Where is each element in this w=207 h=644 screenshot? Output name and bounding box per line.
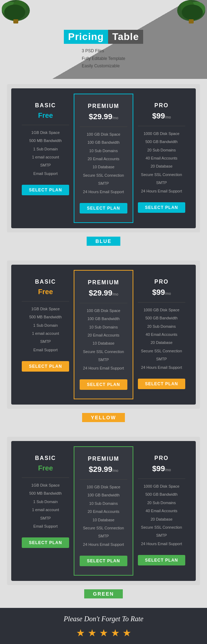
yellow-pro-amount: $99 bbox=[152, 288, 165, 297]
svg-point-3 bbox=[4, 5, 25, 20]
green-basic-select-button[interactable]: Select Plan bbox=[22, 537, 69, 548]
blue-label-text: BLUE bbox=[87, 237, 120, 246]
yellow-premium-features: 100 GB Disk Space 100 GB Bandwidth 10 Su… bbox=[80, 307, 127, 372]
yellow-basic-divider bbox=[22, 301, 69, 301]
feature-item: 24 Hours Email Support bbox=[138, 540, 185, 548]
feature-item: 100 GB Disk Space bbox=[80, 130, 127, 138]
yellow-pro-period: /mo bbox=[165, 292, 171, 296]
yellow-table-outer: BASIC Free 1GB Disk Space 500 MB Bandwid… bbox=[7, 260, 200, 409]
feature-item: 1 Sub Domain bbox=[22, 321, 69, 330]
feature-item: 500 GB Bandwidth bbox=[138, 314, 185, 322]
feature-item: SMTP bbox=[22, 514, 69, 522]
feature-item: 1 Sub Domain bbox=[22, 498, 69, 506]
feature-item: SMTP bbox=[138, 531, 185, 540]
blue-pro-features: 1000 GB Disk Space 500 GB Bandwidth 20 S… bbox=[138, 130, 185, 195]
green-premium-card: PREMIUM $29.99/mo 100 GB Disk Space 100 … bbox=[74, 446, 133, 576]
green-premium-name: PREMIUM bbox=[80, 456, 127, 462]
blue-premium-select-button[interactable]: Select Plan bbox=[80, 203, 127, 213]
star-1-icon: ★ bbox=[76, 627, 85, 639]
star-5-icon: ★ bbox=[122, 627, 131, 639]
feature-item: 1GB Disk Space bbox=[22, 481, 69, 489]
blue-premium-divider bbox=[80, 127, 127, 127]
feature-item: 20 Email Accounts bbox=[80, 508, 127, 516]
blue-premium-amount: $29.99 bbox=[89, 112, 112, 121]
blue-section: BASIC Free 1GB Disk Space 500 MB Bandwid… bbox=[0, 79, 207, 255]
green-basic-price: Free bbox=[22, 464, 69, 472]
blue-label: BLUE bbox=[7, 237, 200, 246]
yellow-basic-select-button[interactable]: Select Plan bbox=[22, 361, 69, 372]
feature-item: Secure SSL Connection bbox=[138, 347, 185, 355]
blue-pro-select-button[interactable]: Select Plan bbox=[138, 202, 185, 213]
yellow-premium-select-button[interactable]: Select Plan bbox=[80, 379, 127, 390]
blue-table-outer: BASIC Free 1GB Disk Space 500 MB Bandwid… bbox=[7, 84, 200, 232]
blue-basic-name: BASIC bbox=[22, 102, 69, 109]
feature-item: Secure SSL Connection bbox=[138, 523, 185, 531]
footer: Please Don't Forget To Rate ★ ★ ★ ★ ★ bbox=[0, 608, 207, 644]
blue-pro-name: PRO bbox=[138, 102, 185, 109]
green-pro-select-button[interactable]: Select Plan bbox=[138, 555, 185, 565]
feature-item: 1 Sub Domain bbox=[22, 145, 69, 153]
yellow-premium-divider bbox=[80, 303, 127, 303]
feature-item: Email Support bbox=[22, 346, 69, 354]
feature-item: 20 Sub Domains bbox=[138, 323, 185, 331]
blue-pro-price: $99/mo bbox=[138, 111, 185, 121]
yellow-table-wrapper: BASIC Free 1GB Disk Space 500 MB Bandwid… bbox=[11, 265, 196, 405]
yellow-premium-name: PREMIUM bbox=[80, 279, 127, 286]
blue-basic-card: BASIC Free 1GB Disk Space 500 MB Bandwid… bbox=[16, 95, 74, 221]
svg-rect-4 bbox=[13, 19, 18, 23]
feature-item: 1GB Disk Space bbox=[22, 129, 69, 137]
feature-item: 500 GB Bandwidth bbox=[138, 490, 185, 499]
blue-basic-select-button[interactable]: Select Plan bbox=[22, 185, 69, 195]
desc-line-3: Easily Customizable bbox=[82, 62, 125, 70]
green-basic-card: BASIC Free 1GB Disk Space 500 MB Bandwid… bbox=[16, 448, 74, 574]
feature-item: 10 Sub Domains bbox=[80, 147, 127, 155]
yellow-section: BASIC Free 1GB Disk Space 500 MB Bandwid… bbox=[0, 255, 207, 432]
feature-item: 100 GB Disk Space bbox=[80, 307, 127, 315]
feature-item: 1 email account bbox=[22, 506, 69, 514]
blue-pro-card: PRO $99/mo 1000 GB Disk Space 500 GB Ban… bbox=[133, 95, 191, 221]
svg-point-8 bbox=[182, 5, 203, 20]
feature-item: 20 Email Accounts bbox=[80, 331, 127, 339]
feature-item: 20 Sub Domains bbox=[138, 499, 185, 507]
title-pricing: Pricing bbox=[64, 30, 108, 44]
feature-item: 500 MB Bandwidth bbox=[22, 137, 69, 145]
blue-pro-divider bbox=[138, 126, 185, 126]
feature-item: Secure SSL Connection bbox=[80, 524, 127, 532]
feature-item: 20 Database bbox=[138, 515, 185, 523]
footer-title: Please Don't Forget To Rate bbox=[7, 615, 200, 623]
blue-premium-period: /mo bbox=[112, 116, 118, 120]
green-pro-divider bbox=[138, 479, 185, 479]
yellow-pro-features: 1000 GB Disk Space 500 GB Bandwidth 20 S… bbox=[138, 306, 185, 372]
feature-item: 500 MB Bandwidth bbox=[22, 489, 69, 497]
feature-item: 24 Hours Email Support bbox=[80, 541, 127, 549]
feature-item: Secure SSL Connection bbox=[138, 171, 185, 179]
green-section: BASIC Free 1GB Disk Space 500 MB Bandwid… bbox=[0, 432, 207, 608]
feature-item: 1000 GB Disk Space bbox=[138, 306, 185, 314]
star-4-icon: ★ bbox=[111, 627, 120, 639]
feature-item: 1000 GB Disk Space bbox=[138, 482, 185, 490]
green-basic-divider bbox=[22, 477, 69, 478]
feature-item: 20 Database bbox=[138, 339, 185, 347]
desc-line-1: 3 PSD Files bbox=[82, 47, 125, 55]
blue-pro-period: /mo bbox=[165, 115, 171, 119]
blue-pro-amount: $99 bbox=[152, 111, 165, 120]
yellow-premium-price: $29.99/mo bbox=[80, 289, 127, 298]
green-premium-select-button[interactable]: Select Plan bbox=[80, 556, 127, 566]
star-2-icon: ★ bbox=[88, 627, 96, 639]
feature-item: 24 Hours Email Support bbox=[138, 187, 185, 195]
yellow-premium-card: PREMIUM $29.99/mo 100 GB Disk Space 100 … bbox=[74, 270, 133, 399]
blue-basic-divider bbox=[22, 125, 69, 125]
blue-premium-card: PREMIUM $29.99/mo 100 GB Disk Space 100 … bbox=[74, 94, 133, 223]
blue-table-wrapper: BASIC Free 1GB Disk Space 500 MB Bandwid… bbox=[11, 88, 196, 228]
green-premium-amount: $29.99 bbox=[89, 465, 112, 474]
yellow-pro-select-button[interactable]: Select Plan bbox=[138, 379, 185, 389]
feature-item: 1GB Disk Space bbox=[22, 305, 69, 313]
feature-item: 100 GB Disk Space bbox=[80, 483, 127, 491]
feature-item: 100 GB Bandwidth bbox=[80, 315, 127, 323]
green-pro-name: PRO bbox=[138, 455, 185, 461]
plant-left-icon bbox=[0, 0, 32, 28]
star-3-icon: ★ bbox=[99, 627, 108, 639]
yellow-label: YELLOW bbox=[7, 413, 200, 422]
star-rating: ★ ★ ★ ★ ★ bbox=[7, 627, 200, 639]
feature-item: SMTP bbox=[22, 338, 69, 346]
